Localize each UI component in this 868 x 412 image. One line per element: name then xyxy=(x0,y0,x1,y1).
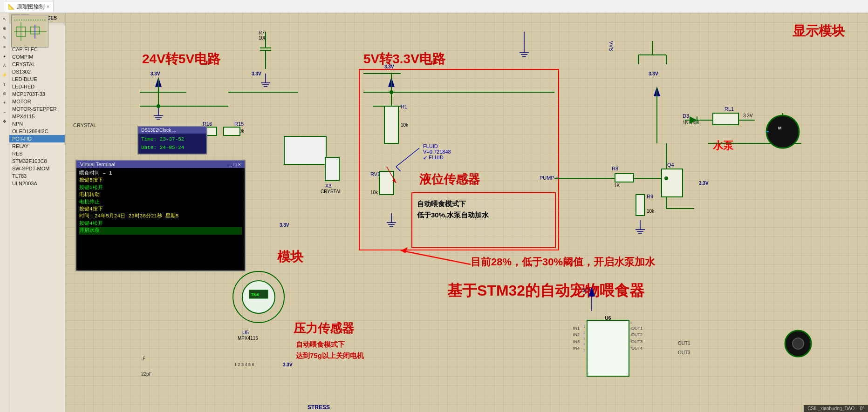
svg-point-68 xyxy=(766,115,799,148)
rv1-value: 10k xyxy=(370,190,378,195)
vterm-line-2: 按键5按下 xyxy=(79,177,103,183)
r9-label: R9 xyxy=(647,194,653,199)
vvs-label: VVS xyxy=(608,41,614,51)
r1-value: 10k xyxy=(401,122,408,128)
vcc-label-2: 3.3V xyxy=(252,71,261,76)
svg-point-101 xyxy=(793,338,804,349)
bottom-bar: CSIL_xiaobudng_DAO 0° xyxy=(804,405,868,412)
sidebar-item-pot-hg[interactable]: POT-HG xyxy=(9,135,65,142)
sidebar-item-compim[interactable]: COMPIM xyxy=(9,53,65,61)
vterm-line-4: 电机转动 xyxy=(79,192,100,197)
sidebar-item-oled[interactable]: OLED12864I2C xyxy=(9,128,65,135)
tab-close-icon[interactable]: × xyxy=(47,4,49,9)
toolbar-select[interactable]: ↖ xyxy=(0,15,9,23)
sidebar-item-sw-spdt[interactable]: SW-SPDT-MOM xyxy=(9,165,65,172)
r15-value: 10k xyxy=(237,128,244,134)
crystal-sidebar-label: CRYSTAL xyxy=(73,122,96,128)
r8-value: 1K xyxy=(614,183,620,188)
vterm-line-6: 按键4按下 xyxy=(79,206,103,212)
sidebar-item-led-red[interactable]: LED-RED xyxy=(9,83,65,90)
fluid-sensor-label: 液位传感器 xyxy=(419,171,480,188)
toolbar-probe[interactable]: ⊙ xyxy=(0,89,9,98)
ds1302-window: DS1302\Clock ... Time: 23-37-52 Date: 24… xyxy=(137,126,207,155)
ds1302-time-value: 23-37-52 xyxy=(160,136,185,142)
r15-label: R15 xyxy=(234,121,244,127)
svg-text:78.0: 78.0 xyxy=(251,292,260,297)
vcc-label-1: 3.3V xyxy=(150,71,160,76)
fluid-annotation: 自动喂食模式下低于30%,水泵自动加水 xyxy=(417,198,489,221)
svg-rect-67 xyxy=(713,113,738,125)
ds1302-date-value: 24-05-24 xyxy=(160,145,185,150)
toolbar-power[interactable]: ⚡ xyxy=(0,71,9,79)
toolbar-zoom-in[interactable]: + xyxy=(0,99,9,107)
left-toolbar: ↖ ⊕ ✎ ≡ ● A ⚡ T ⊙ + − ✥ xyxy=(0,13,9,412)
sidebar-item-npn[interactable]: NPN xyxy=(9,120,65,128)
toolbar-wire[interactable]: ✎ xyxy=(0,34,9,42)
section-5v: 5V转3.3V电路 xyxy=(363,50,445,68)
sidebar-items-list: 1N4003 BUTTON CAP CAP-ELEC COMPIM CRYSTA… xyxy=(9,23,65,187)
u6-pin-numbers-left: 12345 xyxy=(583,324,585,354)
u6-b-labels: 1B2B3B4B xyxy=(591,325,595,349)
output-connector-1 xyxy=(784,330,812,359)
svg-point-73 xyxy=(242,281,275,313)
sidebar-item-led-blue[interactable]: LED-BLUE xyxy=(9,75,65,83)
toolbar-text[interactable]: T xyxy=(0,80,9,88)
vterm-controls: _ □ × xyxy=(229,162,241,167)
sidebar-item-motor[interactable]: MOTOR xyxy=(9,98,65,105)
svg-rect-57 xyxy=(615,174,634,182)
svg-point-72 xyxy=(233,271,284,323)
svg-marker-28 xyxy=(654,88,660,96)
toolbar-pan[interactable]: ✥ xyxy=(0,117,9,126)
vcc-near-u5: 3.3V xyxy=(283,362,293,367)
tab-icon: 📐 xyxy=(8,3,15,10)
sidebar-item-ds1302[interactable]: DS1302 xyxy=(9,68,65,75)
q4-label: Q4 xyxy=(667,162,674,168)
cap-label-r7: R710k xyxy=(259,30,266,41)
svg-marker-22 xyxy=(156,78,161,87)
bottom-coords: 0° xyxy=(860,406,864,411)
vterm-title-bar: Virtual Terminal _ □ × xyxy=(76,161,245,168)
sidebar-item-relay[interactable]: RELAY xyxy=(9,142,65,150)
section-24v: 24V转5V电路 xyxy=(142,50,220,68)
sidebar-item-motor-stepper[interactable]: MOTOR-STEPPER xyxy=(9,105,65,113)
toolbar-label[interactable]: A xyxy=(0,61,9,70)
sidebar-item-crystal[interactable]: CRYSTAL xyxy=(9,61,65,68)
d3-label: D3 xyxy=(683,113,689,119)
u2-vcc2: VCC2 xyxy=(298,148,309,153)
partial-module-text: 模块 xyxy=(277,248,303,266)
toolbar-zoom-out[interactable]: − xyxy=(0,108,9,116)
vterm-line-5: 电机停止 xyxy=(79,199,100,205)
toolbar-junction[interactable]: ● xyxy=(0,52,9,61)
virtual-terminal: Virtual Terminal _ □ × 喂食时间 = 1 按键5按下 按键… xyxy=(75,160,246,271)
sidebar-item-uln2003a[interactable]: ULN2003A xyxy=(9,180,65,187)
q4-value: NPN xyxy=(667,169,677,174)
d3-value: 1N4003 xyxy=(683,120,699,125)
status-annotation: 目前28%，低于30%阈值，开启水泵加水 xyxy=(471,255,655,269)
project-title: 基于STM32的自动宠物喂食器 xyxy=(447,281,644,301)
rv1-label: RV1 xyxy=(370,171,380,177)
sidebar-item-res[interactable]: RES xyxy=(9,150,65,157)
u5-value: MPX4115 xyxy=(238,336,258,341)
svg-point-78 xyxy=(157,104,160,108)
sidebar-item-mcp1703[interactable]: MCP1703T-33 xyxy=(9,90,65,98)
r8-label: R8 xyxy=(612,166,618,171)
schematic-tab[interactable]: 📐 原理图绘制 × xyxy=(4,1,54,12)
vterm-body: 喂食时间 = 1 按键5按下 按键5松开 电机转动 电机停止 按键4按下 时间：… xyxy=(76,168,245,270)
x3-crystal-label: CRYSTAL xyxy=(321,189,342,194)
sidebar-item-stm32[interactable]: STM32F103C8 xyxy=(9,157,65,165)
topbar: 📐 原理图绘制 × xyxy=(0,0,868,13)
svg-rect-58 xyxy=(636,195,644,216)
toolbar-bus[interactable]: ≡ xyxy=(0,43,9,51)
sidebar-item-mpx4115[interactable]: MPX4115 xyxy=(9,113,65,120)
u2-vcc1: VCC1 X1 xyxy=(298,141,316,146)
stress-label: STRESS xyxy=(308,404,330,411)
toolbar-component[interactable]: ⊕ xyxy=(0,24,9,33)
u5-label: U5 xyxy=(242,330,249,335)
sidebar-item-tl783[interactable]: TL783 xyxy=(9,172,65,180)
u6-pin-numbers: 1615141312 xyxy=(628,320,632,350)
ds1302-date-label: Date: xyxy=(141,145,157,150)
u6-com-label: COM xyxy=(601,319,611,324)
ds1302-window-title: DS1302\Clock ... xyxy=(138,127,206,134)
cap-f-label: -F xyxy=(141,356,145,361)
canvas-area[interactable]: M 78.0 xyxy=(65,13,868,412)
